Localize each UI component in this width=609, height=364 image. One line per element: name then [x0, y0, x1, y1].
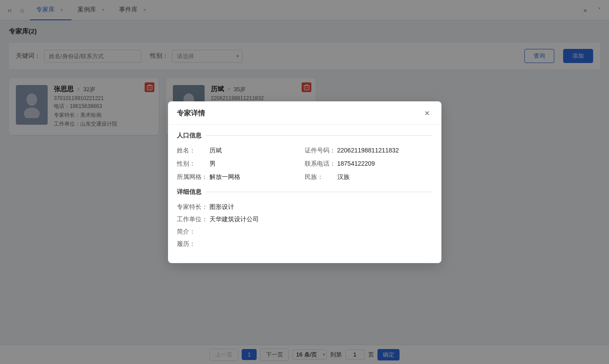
phone-info-label: 联系电话： — [305, 160, 336, 168]
section-population-title: 人口信息 — [177, 132, 433, 140]
ethnicity-label: 民族： — [305, 173, 336, 181]
ethnicity-value: 汉族 — [337, 173, 350, 181]
gender-info-label: 性别： — [177, 160, 208, 168]
modal-title: 专家详情 — [177, 109, 205, 118]
intro-detail-row: 简介： — [177, 228, 433, 236]
resume-detail-label: 履历： — [177, 240, 208, 248]
gender-row: 性别： 男 — [177, 160, 305, 168]
ethnicity-row: 民族： 汉族 — [305, 173, 433, 181]
modal-overlay: 专家详情 × 人口信息 姓名： 历斌 证件号码： 220621198811211… — [0, 0, 609, 345]
network-label: 所属网格： — [177, 173, 208, 181]
name-label: 姓名： — [177, 147, 208, 155]
detail-section: 详细信息 专家特长： 图形设计 工作单位： 天华建筑设计公司 简介： 履历： — [177, 188, 433, 248]
name-value: 历斌 — [209, 147, 222, 155]
section-line-2 — [205, 192, 433, 192]
phone-row: 联系电话： 18754122209 — [305, 160, 433, 168]
id-row: 证件号码： 220621198811211832 — [305, 147, 433, 155]
resume-detail-row: 履历： — [177, 240, 433, 248]
modal-body: 人口信息 姓名： 历斌 证件号码： 220621198811211832 性别：… — [168, 125, 441, 263]
population-info-grid: 姓名： 历斌 证件号码： 220621198811211832 性别： 男 联系… — [177, 147, 433, 181]
section-line-1 — [205, 135, 433, 136]
id-value: 220621198811211832 — [337, 147, 399, 154]
company-detail-label: 工作单位： — [177, 215, 208, 223]
network-value: 解放一网格 — [209, 173, 240, 181]
intro-detail-label: 简介： — [177, 228, 208, 236]
company-detail-row: 工作单位： 天华建筑设计公司 — [177, 215, 433, 223]
network-row: 所属网格： 解放一网格 — [177, 173, 305, 181]
specialty-detail-label: 专家特长： — [177, 203, 208, 211]
company-detail-value: 天华建筑设计公司 — [209, 215, 259, 223]
id-label: 证件号码： — [305, 147, 336, 155]
phone-info-value: 18754122209 — [337, 160, 375, 167]
specialty-detail-row: 专家特长： 图形设计 — [177, 203, 433, 211]
modal-close-button[interactable]: × — [422, 108, 433, 119]
modal-header: 专家详情 × — [168, 101, 441, 125]
expert-detail-modal: 专家详情 × 人口信息 姓名： 历斌 证件号码： 220621198811211… — [168, 101, 441, 263]
specialty-detail-value: 图形设计 — [209, 203, 234, 211]
name-row: 姓名： 历斌 — [177, 147, 305, 155]
gender-info-value: 男 — [209, 160, 216, 168]
section-detail-title: 详细信息 — [177, 188, 433, 196]
